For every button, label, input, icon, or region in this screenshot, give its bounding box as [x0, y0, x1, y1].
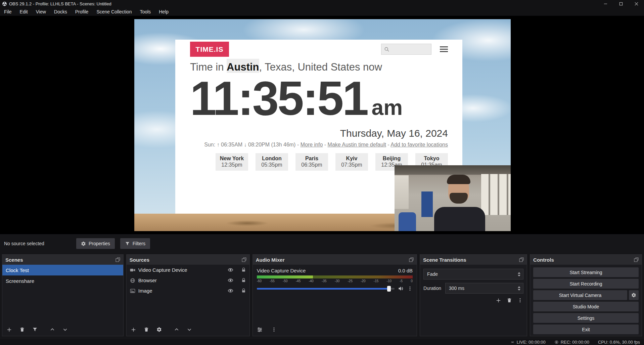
properties-button[interactable]: Properties	[76, 238, 115, 249]
start-virtual-camera-button[interactable]: Start Virtual Camera	[533, 290, 627, 300]
scene-item-clock-test[interactable]: Clock Test	[2, 265, 123, 275]
dock-popout-icon[interactable]	[242, 257, 246, 262]
gear-icon	[156, 327, 162, 332]
spinbox-arrows-icon[interactable]	[518, 286, 520, 291]
scenes-title: Scenes	[5, 257, 23, 263]
source-status-label: No source selected	[4, 241, 76, 246]
scene-filters-button[interactable]	[32, 327, 38, 332]
lock-icon[interactable]	[241, 267, 246, 272]
transitions-title: Scene Transitions	[423, 257, 466, 263]
window-maximize-button[interactable]	[613, 0, 629, 7]
gear-icon	[81, 241, 86, 246]
transition-properties-kebab-icon[interactable]	[517, 298, 523, 303]
window-minimize-button[interactable]	[598, 0, 613, 7]
image-icon	[130, 288, 135, 294]
window-title: OBS 29.1.2 - Profile: LLHLS BETA - Scene…	[9, 1, 111, 6]
scenes-dock-header[interactable]: Scenes	[2, 255, 123, 265]
lock-icon[interactable]	[241, 278, 246, 283]
speaker-icon[interactable]	[398, 286, 404, 292]
audio-mixer-dock: Audio Mixer Video Capture Device 0.0 dB …	[252, 254, 417, 336]
dock-row: Scenes Clock Test Screenshare Sources Vi…	[0, 253, 644, 339]
advanced-audio-properties-button[interactable]	[257, 327, 263, 333]
add-scene-button[interactable]	[6, 327, 12, 333]
exit-button[interactable]: Exit	[533, 325, 639, 334]
start-recording-button[interactable]: Start Recording	[533, 279, 639, 289]
window-close-button[interactable]	[629, 0, 644, 7]
add-transition-button[interactable]	[496, 298, 501, 303]
status-bar: LIVE: 00:00:00 REC: 00:00:00 CPU: 0.6%, …	[0, 339, 644, 345]
webcam-chair	[399, 212, 416, 231]
move-scene-down-button[interactable]	[62, 327, 68, 332]
sources-dock-header[interactable]: Sources	[127, 255, 249, 265]
dock-popout-icon[interactable]	[634, 257, 639, 262]
transition-select[interactable]: Fade	[423, 269, 523, 279]
menu-docks[interactable]: Docks	[50, 7, 71, 16]
live-status: LIVE: 00:00:00	[510, 340, 546, 345]
menu-profile[interactable]: Profile	[71, 7, 93, 16]
transitions-dock-header[interactable]: Scene Transitions	[420, 255, 527, 265]
mixer-dock-header[interactable]: Audio Mixer	[253, 255, 417, 265]
add-source-button[interactable]	[131, 327, 136, 333]
webcam-ceiling	[395, 165, 511, 175]
webcam-partition	[421, 191, 433, 217]
webpage-search-input	[381, 44, 431, 55]
mixer-menu-kebab-icon[interactable]	[271, 327, 277, 332]
eye-icon[interactable]	[228, 277, 233, 283]
menu-edit[interactable]: Edit	[16, 7, 32, 16]
move-scene-up-button[interactable]	[50, 327, 55, 332]
lock-icon[interactable]	[241, 288, 246, 293]
source-toolbar: No source selected Properties Filters	[0, 234, 644, 253]
webpage-sun-info: Sun: ↑ 06:35AM ↓ 08:20PM (13h 46m) - Mor…	[204, 142, 448, 148]
cpu-fps-status: CPU: 0.6%, 30.00 fps	[598, 340, 640, 345]
channel-menu-kebab-icon[interactable]	[407, 286, 413, 291]
globe-icon	[130, 278, 135, 283]
controls-dock-header[interactable]: Controls	[530, 255, 642, 265]
mixer-title: Audio Mixer	[256, 257, 285, 263]
source-item-browser[interactable]: Browser	[127, 275, 249, 286]
city-box: London05:35pm	[256, 153, 288, 171]
webpage-clock: 11:35:51 am	[190, 73, 403, 123]
menu-scene-collection[interactable]: Scene Collection	[92, 7, 136, 16]
virtual-camera-config-button[interactable]	[629, 290, 639, 300]
move-source-down-button[interactable]	[187, 327, 192, 332]
sources-dock: Sources Video Capture Device Browser Ima…	[126, 254, 250, 336]
volume-slider[interactable]	[257, 288, 395, 290]
webcam-person-body	[434, 207, 485, 231]
source-item-video-capture[interactable]: Video Capture Device	[127, 265, 249, 275]
source-properties-button[interactable]	[156, 327, 162, 332]
timeis-logo: TIME.IS	[190, 42, 229, 57]
source-item-image[interactable]: Image	[127, 286, 249, 296]
menu-view[interactable]: View	[32, 7, 50, 16]
gear-icon	[631, 293, 636, 298]
close-icon	[635, 2, 638, 6]
maximize-icon	[619, 2, 623, 6]
eye-icon[interactable]	[228, 267, 233, 273]
start-streaming-button[interactable]: Start Streaming	[533, 267, 639, 277]
live-indicator-icon	[510, 340, 515, 344]
remove-source-button[interactable]	[144, 327, 149, 332]
settings-button[interactable]: Settings	[533, 313, 639, 323]
eye-icon[interactable]	[228, 288, 233, 294]
mixer-body: Video Capture Device 0.0 dB -60-55-50-45…	[253, 265, 417, 336]
rec-indicator-icon	[554, 340, 559, 344]
scene-item-screenshare[interactable]: Screenshare	[2, 275, 123, 286]
city-box: New York12:35pm	[216, 153, 248, 171]
dock-popout-icon[interactable]	[409, 257, 414, 262]
webpage-menu-icon	[440, 46, 448, 52]
preview-canvas[interactable]: TIME.IS Time in Austin, Texas, United St…	[134, 19, 511, 231]
filters-button[interactable]: Filters	[120, 238, 150, 249]
minimize-icon	[604, 2, 607, 6]
move-source-up-button[interactable]	[174, 327, 179, 332]
menu-help[interactable]: Help	[155, 7, 173, 16]
menu-tools[interactable]: Tools	[136, 7, 155, 16]
dock-popout-icon[interactable]	[519, 257, 524, 262]
combo-arrows-icon[interactable]	[518, 272, 520, 276]
remove-transition-button[interactable]	[507, 298, 512, 303]
volume-slider-handle[interactable]	[387, 286, 391, 292]
remove-scene-button[interactable]	[19, 327, 25, 332]
menu-file[interactable]: File	[0, 7, 16, 16]
dock-popout-icon[interactable]	[116, 257, 120, 262]
duration-spinbox[interactable]: 300 ms	[445, 283, 523, 294]
menubar: File Edit View Docks Profile Scene Colle…	[0, 7, 644, 16]
studio-mode-button[interactable]: Studio Mode	[533, 302, 639, 311]
